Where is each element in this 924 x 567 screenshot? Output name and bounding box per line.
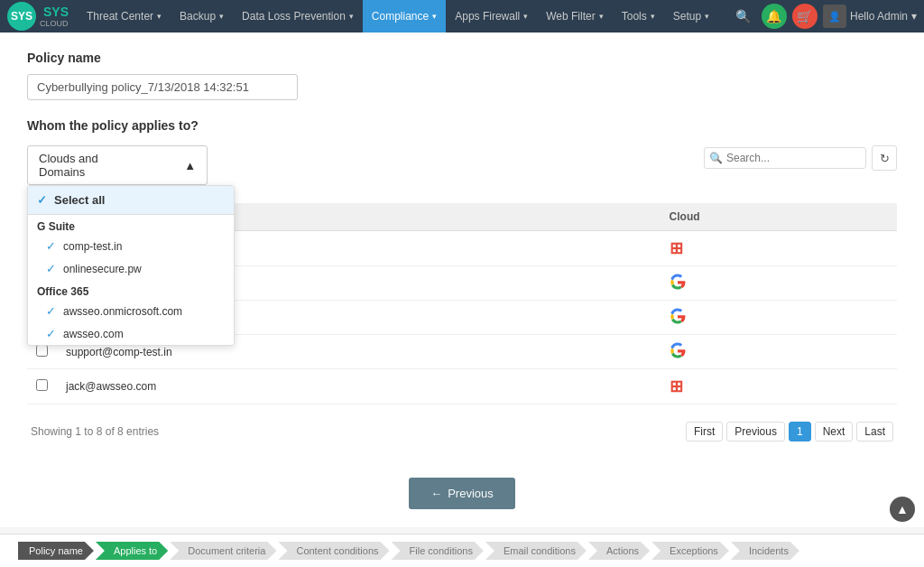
- checkmark-icon: ✓: [37, 193, 47, 207]
- user-avatar-icon: 👤: [823, 5, 846, 28]
- search-icon: 🔍: [709, 152, 723, 164]
- google-icon: [670, 274, 686, 290]
- policy-name-label: Policy name: [27, 51, 897, 65]
- row-checkbox[interactable]: [36, 379, 48, 391]
- dropdown-menu: ✓ Select all G Suite ✓ comp-test.in ✓ on…: [27, 185, 235, 346]
- previous-button[interactable]: ← Previous: [409, 478, 515, 509]
- logo-sub: CLOUD: [40, 19, 69, 28]
- nav-apps-firewall[interactable]: Apps Firewall ▾: [446, 0, 537, 33]
- first-page-button[interactable]: First: [686, 422, 723, 442]
- main-content: Policy name Whom the policy applies to? …: [0, 33, 924, 527]
- showing-entries-text: Showing 1 to 8 of 8 entries: [31, 425, 159, 438]
- nav-right: 🔍 🔔 🛒 👤 Hello Admin ▾: [731, 4, 917, 29]
- user-chevron-icon: ▾: [911, 10, 917, 23]
- nav-web-filter[interactable]: Web Filter ▾: [537, 0, 612, 33]
- previous-button-label: Previous: [448, 487, 494, 500]
- google-icon: [670, 308, 686, 324]
- chevron-icon: ▾: [651, 12, 655, 21]
- group-label-office365: Office 365: [28, 280, 234, 300]
- navbar: SYS SYS CLOUD Threat Center ▾ Backup ▾ D…: [0, 0, 924, 33]
- scroll-to-top-button[interactable]: ▲: [890, 497, 915, 522]
- nav-compliance[interactable]: Compliance ▾: [363, 0, 446, 33]
- chevron-icon: ▾: [157, 12, 162, 21]
- checkmark-icon: ✓: [46, 262, 56, 275]
- arrow-left-icon: ←: [430, 487, 442, 500]
- chevron-icon: ▾: [599, 12, 604, 21]
- row-checkbox[interactable]: [36, 345, 48, 357]
- dropdown-button[interactable]: Clouds and Domains ▲: [27, 145, 208, 185]
- dropdown-chevron-icon: ▲: [184, 159, 196, 172]
- item-label: awsseo.com: [63, 328, 124, 340]
- chevron-icon: ▾: [349, 12, 354, 21]
- button-area: ← Previous: [27, 478, 897, 509]
- next-page-button[interactable]: Next: [815, 422, 854, 442]
- row-cloud: ⊞: [661, 369, 897, 404]
- nav-threat-center[interactable]: Threat Center ▾: [78, 0, 171, 33]
- pagination: First Previous 1 Next Last: [686, 422, 893, 442]
- item-label: comp-test.in: [63, 240, 122, 253]
- select-all-label: Select all: [54, 193, 105, 207]
- dropdown-item-comp-test[interactable]: ✓ comp-test.in: [28, 235, 234, 257]
- dropdown-item-awsseo[interactable]: ✓ awsseo.com: [28, 322, 234, 345]
- notifications-button[interactable]: 🔔: [762, 4, 787, 29]
- row-cloud: [661, 404, 897, 412]
- search-input[interactable]: [704, 147, 866, 169]
- nav-backup[interactable]: Backup ▾: [171, 0, 233, 33]
- cart-button[interactable]: 🛒: [792, 4, 818, 29]
- chevron-icon: ▾: [705, 12, 709, 21]
- table-row: jack@awsseo.com ⊞: [27, 369, 897, 404]
- search-refresh-area: 🔍 ↻: [704, 145, 897, 171]
- checkmark-icon: ✓: [46, 327, 56, 340]
- logo[interactable]: SYS SYS CLOUD: [7, 2, 69, 31]
- search-button[interactable]: 🔍: [731, 4, 756, 29]
- row-cloud: [661, 301, 897, 335]
- checkmark-icon: ✓: [46, 239, 56, 253]
- policy-name-input[interactable]: [27, 74, 298, 100]
- applies-title: Whom the policy applies to?: [27, 118, 897, 133]
- row-cloud: [661, 335, 897, 369]
- office-icon: ⊞: [670, 377, 683, 395]
- row-address: jack@awsseo.com: [57, 369, 661, 404]
- logo-text: SYS: [11, 10, 32, 23]
- logo-icon: SYS: [7, 2, 36, 31]
- item-label: awsseo.onmicrosoft.com: [63, 305, 182, 318]
- logo-brand: SYS: [43, 5, 69, 19]
- chevron-icon: ▾: [219, 12, 224, 21]
- row-cloud: ⊞: [661, 231, 897, 266]
- chevron-icon: ▾: [523, 12, 528, 21]
- previous-page-button[interactable]: Previous: [726, 422, 785, 442]
- row-address: jake@comp-test.in: [57, 404, 661, 412]
- refresh-button[interactable]: ↻: [872, 145, 897, 171]
- user-menu[interactable]: 👤 Hello Admin ▾: [823, 5, 917, 28]
- office-icon: ⊞: [670, 239, 683, 257]
- nav-tools[interactable]: Tools ▾: [613, 0, 664, 33]
- dropdown-item-awsseo-onmicrosoft[interactable]: ✓ awsseo.onmicrosoft.com: [28, 300, 234, 322]
- item-label: onlinesecure.pw: [63, 263, 142, 275]
- select-all-item[interactable]: ✓ Select all: [28, 186, 234, 215]
- dropdown-item-onlinesecure[interactable]: ✓ onlinesecure.pw: [28, 257, 234, 280]
- group-label-gsuite: G Suite: [28, 215, 234, 235]
- clouds-domains-dropdown[interactable]: Clouds and Domains ▲ ✓ Select all G Suit…: [27, 145, 208, 185]
- dropdown-label: Clouds and Domains: [39, 152, 139, 179]
- row-cloud: [661, 266, 897, 301]
- table-row: jake@comp-test.in: [27, 404, 897, 412]
- user-label: Hello Admin: [850, 10, 908, 23]
- nav-data-loss[interactable]: Data Loss Prevention ▾: [233, 0, 363, 33]
- google-icon: [670, 342, 686, 358]
- nav-items: Threat Center ▾ Backup ▾ Data Loss Preve…: [78, 0, 731, 33]
- page-1-button[interactable]: 1: [789, 422, 811, 442]
- last-page-button[interactable]: Last: [856, 422, 893, 442]
- checkmark-icon: ✓: [46, 304, 56, 318]
- chevron-icon: ▾: [432, 12, 437, 21]
- col-cloud: Cloud: [661, 203, 897, 231]
- nav-setup[interactable]: Setup ▾: [664, 0, 718, 33]
